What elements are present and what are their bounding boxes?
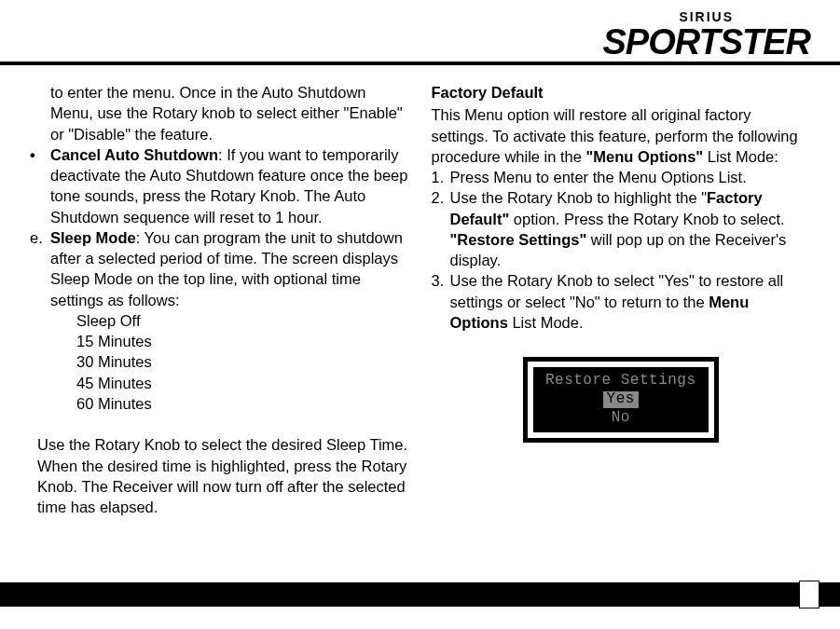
step2-a: Use the Rotary Knob to highlight the " bbox=[450, 189, 708, 206]
step3-b: List Mode. bbox=[508, 314, 584, 331]
content-columns: to enter the menu. Once in the Auto Shut… bbox=[26, 82, 810, 517]
factory-default-heading: Factory Default bbox=[432, 82, 811, 103]
screen-yes: Yes bbox=[603, 391, 639, 408]
step2-bold2: "Restore Settings" bbox=[450, 231, 587, 248]
factory-default-intro: This Menu option will restore all origin… bbox=[432, 104, 811, 167]
sleep-option: 15 Minutes bbox=[76, 331, 409, 351]
cancel-auto-shutdown-item: • Cancel Auto Shutdown: If you want to t… bbox=[30, 144, 409, 227]
step2-num: 2. bbox=[432, 187, 450, 270]
cancel-bold: Cancel Auto Shutdown bbox=[50, 146, 218, 163]
sleep-option: 30 Minutes bbox=[76, 351, 409, 372]
step-3: 3. Use the Rotary Knob to select "Yes" t… bbox=[432, 270, 811, 333]
brand-header: SIRIUS SPORTSTER bbox=[602, 9, 810, 62]
receiver-screen-inner: Restore Settings Yes No bbox=[533, 367, 709, 432]
brand-sportster: SPORTSTER bbox=[602, 22, 810, 62]
footer-bar bbox=[0, 582, 840, 607]
step3-num: 3. bbox=[432, 270, 450, 333]
sleep-mode-text: Sleep Mode: You can program the unit to … bbox=[50, 227, 409, 310]
screen-yes-line: Yes bbox=[533, 390, 709, 408]
sleep-bold: Sleep Mode bbox=[50, 229, 136, 246]
step2-b: option. Press the Rotary Knob to select. bbox=[509, 211, 784, 227]
sleep-option: 45 Minutes bbox=[76, 373, 409, 393]
sleep-option: 60 Minutes bbox=[76, 393, 409, 414]
step2-content: Use the Rotary Knob to highlight the "Fa… bbox=[450, 187, 811, 270]
sleep-mode-item: e. Sleep Mode: You can program the unit … bbox=[30, 227, 409, 310]
step3-content: Use the Rotary Knob to select "Yes" to r… bbox=[450, 270, 811, 333]
letter-e-mark: e. bbox=[30, 227, 50, 310]
step1-num: 1. bbox=[432, 167, 450, 187]
bullet-icon: • bbox=[30, 144, 50, 227]
screen-no: No bbox=[533, 408, 709, 427]
page-number-box bbox=[799, 581, 819, 608]
receiver-screen: Restore Settings Yes No bbox=[523, 357, 719, 443]
screen-title: Restore Settings bbox=[533, 371, 709, 390]
step1-text: Press Menu to enter the Menu Options Lis… bbox=[450, 167, 811, 187]
fd-intro-b: List Mode: bbox=[703, 148, 778, 165]
sleep-trailing-paragraph: Use the Rotary Knob to select the desire… bbox=[30, 434, 409, 517]
right-column: Factory Default This Menu option will re… bbox=[432, 82, 811, 517]
sleep-option: Sleep Off bbox=[76, 310, 409, 331]
sleep-options-list: Sleep Off 15 Minutes 30 Minutes 45 Minut… bbox=[30, 310, 409, 414]
header-divider bbox=[0, 62, 840, 65]
step-1: 1. Press Menu to enter the Menu Options … bbox=[432, 167, 811, 187]
left-column: to enter the menu. Once in the Auto Shut… bbox=[26, 82, 409, 517]
intro-paragraph: to enter the menu. Once in the Auto Shut… bbox=[30, 82, 409, 144]
cancel-auto-shutdown-text: Cancel Auto Shutdown: If you want to tem… bbox=[50, 144, 409, 227]
step-2: 2. Use the Rotary Knob to highlight the … bbox=[432, 187, 811, 270]
fd-intro-bold: "Menu Options" bbox=[586, 148, 704, 165]
